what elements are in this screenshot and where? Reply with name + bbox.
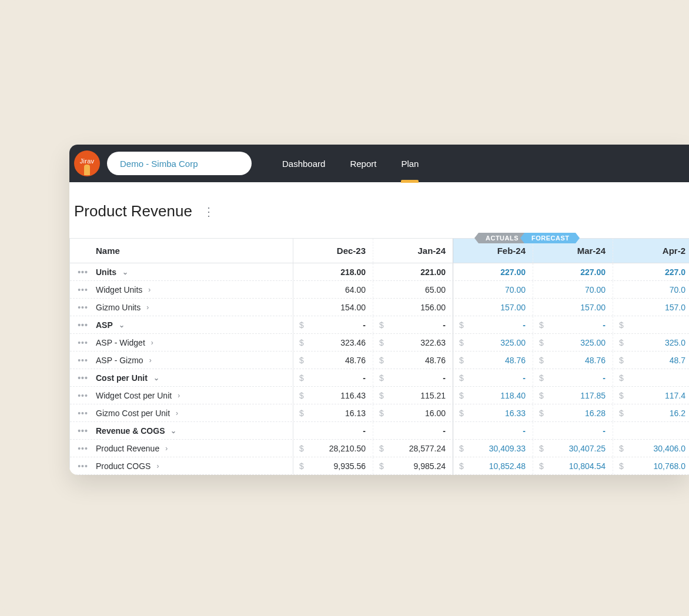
value-cell[interactable]: $48.76 xyxy=(453,351,533,369)
value-cell[interactable]: $16.00 xyxy=(373,404,453,421)
chevron-right-icon[interactable]: › xyxy=(151,339,153,347)
row-name-cell[interactable]: Widget Cost per Unit› xyxy=(96,387,293,404)
nav-plan[interactable]: Plan xyxy=(401,145,419,182)
row-menu-icon[interactable]: ••• xyxy=(70,369,96,386)
col-dec23[interactable]: Dec-23 xyxy=(293,239,373,263)
value-cell[interactable]: $- xyxy=(373,316,453,333)
value-cell[interactable]: 218.00 xyxy=(293,263,373,280)
value-cell[interactable]: $ xyxy=(613,316,689,333)
value-cell[interactable]: $28,210.50 xyxy=(293,440,373,457)
value-cell[interactable]: 227.00 xyxy=(453,263,533,280)
row-name-cell[interactable]: Product Revenue› xyxy=(96,440,293,457)
chevron-right-icon[interactable]: › xyxy=(165,444,168,453)
value-cell[interactable]: $28,577.24 xyxy=(373,440,453,457)
row-menu-icon[interactable]: ••• xyxy=(70,299,96,316)
chevron-down-icon[interactable]: ⌄ xyxy=(170,427,176,435)
col-name[interactable]: Name xyxy=(96,239,293,263)
row-menu-icon[interactable]: ••• xyxy=(70,440,96,457)
value-cell[interactable]: 64.00 xyxy=(293,281,373,298)
row-name-cell[interactable]: Cost per Unit⌄ xyxy=(96,369,293,386)
value-cell[interactable]: $10,768.0 xyxy=(613,457,689,474)
row-name-cell[interactable]: Revenue & COGS⌄ xyxy=(96,422,293,439)
chevron-right-icon[interactable]: › xyxy=(156,462,159,470)
nav-dashboard[interactable]: Dashboard xyxy=(282,145,325,182)
value-cell[interactable]: 157.00 xyxy=(533,299,613,316)
value-cell[interactable]: $- xyxy=(533,369,613,386)
chevron-down-icon[interactable]: ⌄ xyxy=(119,321,125,329)
value-cell[interactable]: $325.00 xyxy=(533,334,613,351)
value-cell[interactable]: $- xyxy=(533,316,613,333)
value-cell[interactable]: $ xyxy=(613,369,689,386)
value-cell[interactable]: 65.00 xyxy=(373,281,453,298)
col-jan24[interactable]: Jan-24 xyxy=(373,239,453,263)
value-cell[interactable]: $30,409.33 xyxy=(453,440,533,457)
value-cell[interactable]: - xyxy=(373,422,453,439)
chevron-down-icon[interactable]: ⌄ xyxy=(153,374,159,382)
value-cell[interactable]: - xyxy=(453,422,533,439)
row-name-cell[interactable]: ASP⌄ xyxy=(96,316,293,333)
value-cell[interactable]: 221.00 xyxy=(373,263,453,280)
row-name-cell[interactable]: Product COGS› xyxy=(96,457,293,474)
value-cell[interactable]: $- xyxy=(373,369,453,386)
row-name-cell[interactable]: ASP - Gizmo› xyxy=(96,351,293,369)
chevron-down-icon[interactable]: ⌄ xyxy=(122,268,128,276)
chevron-right-icon[interactable]: › xyxy=(149,356,152,364)
chevron-right-icon[interactable]: › xyxy=(178,391,180,400)
value-cell[interactable]: $16.28 xyxy=(533,404,613,421)
value-cell[interactable]: $48.76 xyxy=(293,351,373,369)
value-cell[interactable]: $16.2 xyxy=(613,404,689,421)
org-selector[interactable]: Demo - Simba Corp xyxy=(107,152,252,175)
page-menu-icon[interactable]: ⋮ xyxy=(203,205,214,219)
value-cell[interactable]: $117.85 xyxy=(533,387,613,404)
row-name-cell[interactable]: Gizmo Cost per Unit› xyxy=(96,404,293,421)
row-menu-icon[interactable]: ••• xyxy=(70,404,96,421)
chevron-right-icon[interactable]: › xyxy=(148,286,150,294)
value-cell[interactable]: 154.00 xyxy=(293,299,373,316)
value-cell[interactable]: $30,407.25 xyxy=(533,440,613,457)
row-name-cell[interactable]: Widget Units› xyxy=(96,281,293,298)
value-cell[interactable]: - xyxy=(533,422,613,439)
value-cell[interactable]: 157.00 xyxy=(453,299,533,316)
value-cell[interactable]: 157.0 xyxy=(613,299,689,316)
row-name-cell[interactable]: Units⌄ xyxy=(96,263,293,280)
nav-report[interactable]: Report xyxy=(350,145,376,182)
value-cell[interactable]: $- xyxy=(293,316,373,333)
row-menu-icon[interactable]: ••• xyxy=(70,387,96,404)
row-menu-icon[interactable]: ••• xyxy=(70,281,96,298)
value-cell[interactable]: $16.33 xyxy=(453,404,533,421)
value-cell[interactable]: $48.7 xyxy=(613,351,689,369)
value-cell[interactable]: $10,852.48 xyxy=(453,457,533,474)
value-cell[interactable]: $325.0 xyxy=(613,334,689,351)
value-cell[interactable]: $118.40 xyxy=(453,387,533,404)
value-cell[interactable]: $- xyxy=(453,316,533,333)
value-cell[interactable]: 70.00 xyxy=(533,281,613,298)
row-menu-icon[interactable]: ••• xyxy=(70,457,96,474)
value-cell[interactable]: $323.46 xyxy=(293,334,373,351)
row-menu-icon[interactable]: ••• xyxy=(70,334,96,351)
row-menu-icon[interactable]: ••• xyxy=(70,263,96,280)
brand-logo[interactable]: Jirav xyxy=(74,150,100,176)
value-cell[interactable]: $322.63 xyxy=(373,334,453,351)
value-cell[interactable]: 227.00 xyxy=(533,263,613,280)
chevron-right-icon[interactable]: › xyxy=(146,303,149,312)
value-cell[interactable]: $16.13 xyxy=(293,404,373,421)
row-name-cell[interactable]: ASP - Widget› xyxy=(96,334,293,351)
chevron-right-icon[interactable]: › xyxy=(176,409,178,417)
value-cell[interactable]: $117.4 xyxy=(613,387,689,404)
value-cell[interactable]: $- xyxy=(293,369,373,386)
row-menu-icon[interactable]: ••• xyxy=(70,422,96,439)
value-cell[interactable]: $48.76 xyxy=(373,351,453,369)
value-cell[interactable]: $116.43 xyxy=(293,387,373,404)
value-cell[interactable]: 227.0 xyxy=(613,263,689,280)
value-cell[interactable]: $9,935.56 xyxy=(293,457,373,474)
value-cell[interactable]: $- xyxy=(453,369,533,386)
value-cell[interactable]: $10,804.54 xyxy=(533,457,613,474)
value-cell[interactable]: $115.21 xyxy=(373,387,453,404)
value-cell[interactable]: $30,406.0 xyxy=(613,440,689,457)
value-cell[interactable]: - xyxy=(293,422,373,439)
value-cell[interactable]: 70.0 xyxy=(613,281,689,298)
row-menu-icon[interactable]: ••• xyxy=(70,351,96,369)
value-cell[interactable]: $48.76 xyxy=(533,351,613,369)
value-cell[interactable]: $9,985.24 xyxy=(373,457,453,474)
col-apr24[interactable]: Apr-2 xyxy=(613,239,689,263)
